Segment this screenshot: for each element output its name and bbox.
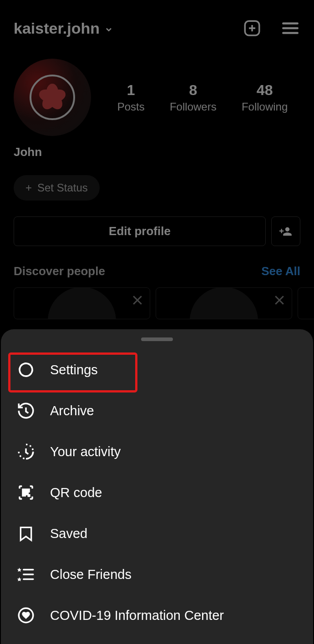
username-label: kaister.john bbox=[14, 20, 100, 37]
svg-marker-20 bbox=[17, 568, 21, 572]
chevron-down-icon bbox=[104, 25, 113, 34]
menu-item-saved[interactable]: Saved bbox=[1, 513, 313, 554]
profile-info-row: 1 Posts 8 Followers 48 Following bbox=[0, 47, 314, 141]
discover-people-button[interactable] bbox=[271, 216, 300, 246]
menu-label: Your activity bbox=[50, 444, 121, 459]
svg-rect-16 bbox=[28, 495, 30, 496]
plus-icon: + bbox=[25, 181, 32, 194]
discover-cards-row[interactable] bbox=[0, 287, 314, 319]
archive-icon bbox=[16, 401, 35, 420]
stat-following[interactable]: 48 Following bbox=[242, 82, 288, 113]
qrcode-icon bbox=[16, 483, 35, 502]
see-all-link[interactable]: See All bbox=[261, 264, 300, 278]
posts-label: Posts bbox=[117, 101, 145, 113]
menu-bottom-sheet: Settings Archive Your activity bbox=[1, 329, 313, 644]
username-selector[interactable]: kaister.john bbox=[14, 20, 113, 37]
display-name: John bbox=[0, 141, 314, 164]
close-friends-icon bbox=[16, 565, 35, 584]
close-icon[interactable] bbox=[273, 293, 286, 307]
menu-item-qrcode[interactable]: QR code bbox=[1, 472, 313, 513]
menu-item-activity[interactable]: Your activity bbox=[1, 431, 313, 472]
svg-marker-21 bbox=[17, 577, 21, 581]
menu-label: Settings bbox=[50, 362, 98, 377]
posts-count: 1 bbox=[127, 82, 135, 99]
profile-header: kaister.john bbox=[0, 0, 314, 47]
add-person-icon bbox=[279, 225, 293, 238]
edit-profile-button[interactable]: Edit profile bbox=[14, 216, 266, 246]
followers-label: Followers bbox=[170, 101, 217, 113]
activity-icon bbox=[16, 442, 35, 461]
menu-item-settings[interactable]: Settings bbox=[1, 349, 313, 390]
menu-item-covid[interactable]: COVID-19 Information Center bbox=[1, 595, 313, 636]
discover-header: Discover people See All bbox=[0, 246, 314, 287]
edit-profile-label: Edit profile bbox=[109, 224, 171, 238]
create-button[interactable] bbox=[242, 18, 262, 38]
menu-label: Archive bbox=[50, 403, 94, 418]
menu-label: Close Friends bbox=[50, 567, 132, 582]
sheet-handle[interactable] bbox=[141, 337, 173, 341]
followers-count: 8 bbox=[189, 82, 197, 99]
menu-item-archive[interactable]: Archive bbox=[1, 390, 313, 431]
svg-rect-12 bbox=[23, 489, 25, 492]
set-status-label: Set Status bbox=[37, 181, 88, 194]
menu-label: QR code bbox=[50, 485, 102, 500]
header-actions bbox=[242, 18, 300, 38]
settings-icon bbox=[16, 360, 35, 379]
menu-label: Saved bbox=[50, 526, 87, 541]
avatar[interactable] bbox=[14, 59, 91, 136]
svg-point-11 bbox=[20, 363, 32, 376]
menu-label: COVID-19 Information Center bbox=[50, 608, 224, 623]
edit-profile-row: Edit profile bbox=[0, 216, 314, 246]
discover-card[interactable] bbox=[298, 287, 314, 319]
svg-rect-13 bbox=[27, 489, 29, 492]
menu-item-closefriends[interactable]: Close Friends bbox=[1, 554, 313, 595]
svg-rect-14 bbox=[23, 493, 25, 496]
stat-followers[interactable]: 8 Followers bbox=[170, 82, 217, 113]
following-label: Following bbox=[242, 101, 288, 113]
discover-card[interactable] bbox=[156, 287, 292, 319]
discover-title: Discover people bbox=[14, 264, 105, 278]
heart-circle-icon bbox=[16, 606, 35, 625]
close-icon[interactable] bbox=[131, 293, 144, 307]
saved-icon bbox=[16, 524, 35, 543]
set-status-button[interactable]: + Set Status bbox=[14, 175, 100, 201]
following-count: 48 bbox=[257, 82, 273, 99]
menu-button[interactable] bbox=[280, 18, 300, 38]
stats-row: 1 Posts 8 Followers 48 Following bbox=[105, 82, 300, 113]
discover-card[interactable] bbox=[14, 287, 150, 319]
stat-posts[interactable]: 1 Posts bbox=[117, 82, 145, 113]
